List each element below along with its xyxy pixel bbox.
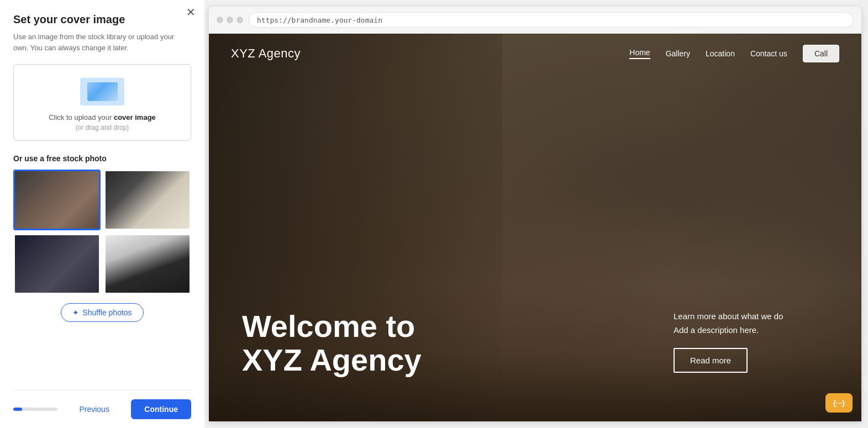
hero-description-2: Add a description here. [674, 325, 828, 335]
photo-grid [13, 170, 191, 294]
browser-dot-2 [227, 17, 233, 23]
nav-link-location[interactable]: Location [706, 49, 735, 58]
drag-drop-text: (or drag and drop) [76, 124, 129, 131]
photo-thumb-3[interactable] [13, 234, 101, 294]
progress-bar [13, 408, 57, 411]
browser-window: https://brandname.your-domain XYZ Agency… [209, 7, 861, 421]
hero-description-1: Learn more about what we do [674, 311, 828, 321]
browser-dot-3 [236, 17, 243, 23]
panel-title: Set your cover image [13, 13, 191, 26]
panel-footer: Previous Continue [13, 390, 191, 428]
nav-link-gallery[interactable]: Gallery [666, 49, 690, 58]
hero-content: Welcome to XYZ Agency Learn more about w… [242, 309, 828, 377]
nav-link-home[interactable]: Home [629, 48, 650, 59]
panel-subtitle: Use an image from the stock library or u… [13, 31, 191, 53]
browser-url-bar[interactable]: https://brandname.your-domain [249, 12, 854, 28]
browser-bar: https://brandname.your-domain [209, 7, 861, 34]
shuffle-photos-button[interactable]: ✦ Shuffle photos [61, 303, 143, 322]
close-button[interactable]: ✕ [186, 7, 196, 18]
browser-dots [217, 17, 243, 23]
upload-bold-text: cover image [114, 113, 156, 121]
shuffle-icon: ✦ [72, 308, 79, 317]
progress-bar-fill [13, 408, 22, 411]
read-more-button[interactable]: Read more [674, 348, 748, 373]
upload-area[interactable]: Click to upload your cover image (or dra… [13, 64, 191, 141]
website-preview: XYZ Agency Home Gallery Location Contact… [209, 34, 861, 421]
site-logo: XYZ Agency [231, 46, 301, 61]
hero-right-content: Learn more about what we do Add a descri… [674, 311, 828, 377]
photo-thumb-4[interactable] [104, 234, 191, 294]
browser-content: XYZ Agency Home Gallery Location Contact… [209, 34, 861, 421]
previous-button[interactable]: Previous [79, 405, 109, 414]
right-panel: https://brandname.your-domain XYZ Agency… [204, 0, 868, 428]
browser-dot-1 [217, 17, 223, 23]
hero-headline-line2: XYZ Agency [242, 342, 422, 377]
site-nav-links: Home Gallery Location Contact us Call [629, 45, 839, 62]
upload-icon [80, 78, 124, 105]
nav-link-contact[interactable]: Contact us [750, 49, 787, 58]
photo-thumb-1[interactable] [13, 170, 101, 230]
hero-headline: Welcome to XYZ Agency [242, 309, 640, 377]
nav-call-button[interactable]: Call [803, 45, 839, 62]
shuffle-label: Shuffle photos [82, 308, 131, 317]
left-panel: ✕ Set your cover image Use an image from… [0, 0, 204, 428]
stock-section-label: Or use a free stock photo [13, 154, 191, 163]
hero-headline-line1: Welcome to [242, 309, 415, 344]
json-widget[interactable]: {···} [825, 393, 853, 413]
continue-button[interactable]: Continue [131, 399, 191, 419]
photo-thumb-2[interactable] [104, 170, 191, 230]
site-nav: XYZ Agency Home Gallery Location Contact… [209, 34, 861, 73]
upload-text: Click to upload your cover image [49, 113, 156, 121]
